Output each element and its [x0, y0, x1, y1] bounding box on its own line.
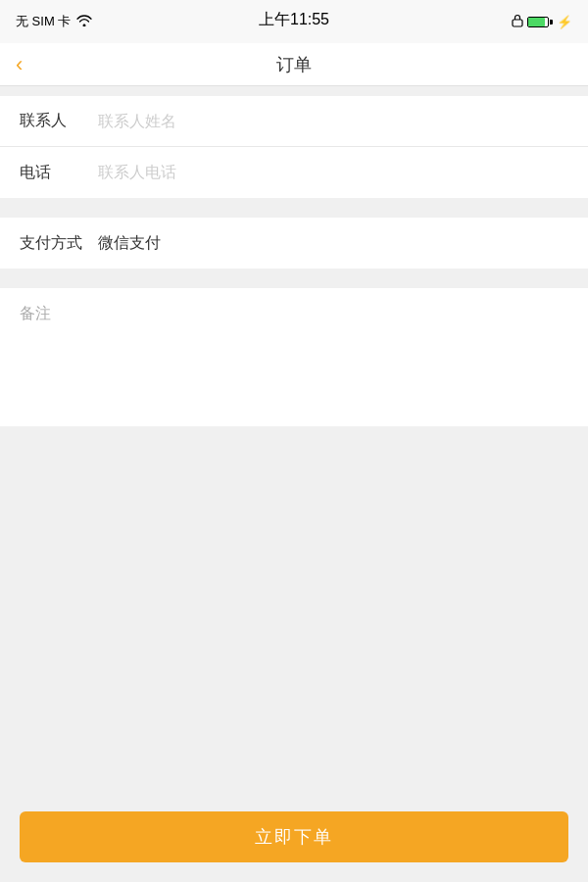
payment-label: 支付方式 — [20, 233, 98, 254]
wifi-icon — [76, 15, 92, 29]
middle-divider-1 — [0, 198, 588, 208]
status-right: ⚡ — [512, 14, 572, 30]
status-left: 无 SIM 卡 — [16, 13, 92, 30]
payment-section: 支付方式 微信支付 — [0, 218, 588, 269]
payment-row[interactable]: 支付方式 微信支付 — [0, 218, 588, 269]
phone-label: 电话 — [20, 163, 98, 183]
svg-rect-0 — [513, 20, 522, 26]
status-time: 上午11:55 — [259, 10, 329, 30]
battery-icon — [527, 17, 553, 27]
phone-input[interactable] — [98, 164, 568, 181]
lightning-icon: ⚡ — [557, 15, 572, 29]
payment-value: 微信支付 — [98, 233, 568, 254]
nav-bar: ‹ 订单 — [0, 43, 588, 86]
submit-area: 立即下单 — [0, 800, 588, 882]
notes-label: 备注 — [20, 305, 51, 321]
middle-divider-2 — [0, 269, 588, 278]
contact-input[interactable] — [98, 113, 568, 130]
notes-input[interactable] — [20, 328, 568, 407]
phone-row: 电话 — [0, 147, 588, 198]
contact-section: 联系人 电话 — [0, 96, 588, 198]
contact-row: 联系人 — [0, 96, 588, 147]
carrier-label: 无 SIM 卡 — [16, 13, 71, 30]
lock-icon — [512, 14, 523, 30]
submit-button[interactable]: 立即下单 — [20, 811, 568, 862]
status-bar: 无 SIM 卡 上午11:55 ⚡ — [0, 0, 588, 43]
notes-section: 备注 — [0, 288, 588, 426]
back-button[interactable]: ‹ — [16, 52, 23, 77]
contact-label: 联系人 — [20, 111, 98, 131]
page-title: 订单 — [276, 53, 312, 76]
top-divider — [0, 86, 588, 96]
